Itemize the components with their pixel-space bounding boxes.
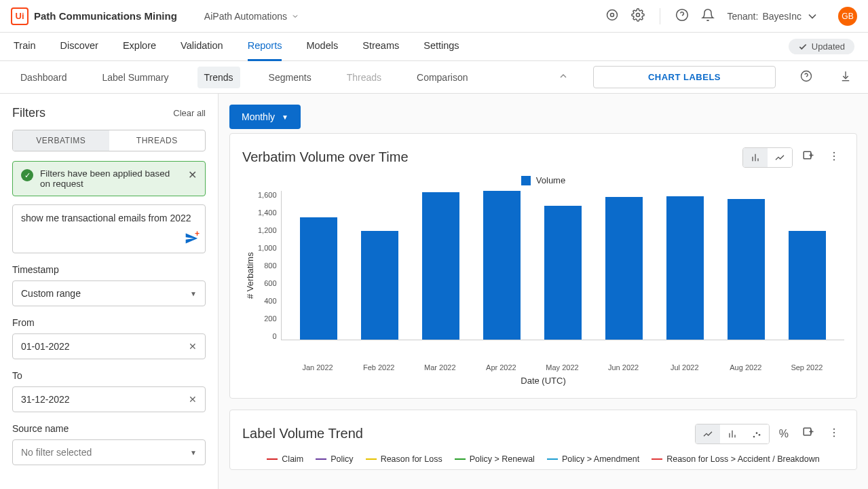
subnav-trends[interactable]: Trends (197, 67, 240, 88)
nav-explore[interactable]: Explore (123, 33, 156, 61)
to-input[interactable]: 31-12-2022 ✕ (12, 386, 206, 412)
nav-validation[interactable]: Validation (181, 33, 223, 61)
line-chart-icon[interactable] (768, 148, 792, 167)
svg-point-22 (758, 434, 760, 436)
filters-sidebar: Filters Clear all VERBATIMS THREADS ✓ Fi… (0, 94, 219, 489)
to-label: To (12, 370, 206, 381)
bar (654, 191, 715, 340)
svg-point-0 (607, 10, 618, 20)
y-ticks: 1,6001,4001,2001,0008006004002000 (258, 191, 281, 340)
settings-icon[interactable] (631, 8, 645, 24)
subnav-dashboard[interactable]: Dashboard (14, 67, 74, 88)
bar (288, 191, 350, 340)
check-circle-icon: ✓ (21, 169, 33, 181)
svg-point-15 (833, 156, 835, 157)
workspace-dropdown[interactable]: AiPath Automations (204, 11, 299, 22)
svg-point-14 (833, 152, 835, 153)
svg-point-2 (637, 14, 640, 17)
subnav-label-summary[interactable]: Label Summary (96, 67, 176, 88)
subnav-segments[interactable]: Segments (262, 67, 318, 88)
chart-type-toggle (695, 424, 770, 444)
nav-streams[interactable]: Streams (362, 33, 399, 61)
timestamp-select[interactable]: Custom range ▼ (12, 280, 206, 306)
bar (715, 191, 776, 340)
chart-legend: ClaimPolicyReason for LossPolicy > Renew… (242, 454, 844, 464)
nav-reports[interactable]: Reports (248, 33, 282, 61)
more-icon[interactable] (824, 422, 844, 445)
subnav-comparison[interactable]: Comparison (410, 67, 474, 88)
clear-all-button[interactable]: Clear all (173, 108, 206, 118)
bell-icon[interactable] (701, 8, 715, 24)
avatar[interactable]: GB (838, 7, 857, 26)
granularity-dropdown[interactable]: Monthly ▼ (229, 105, 301, 129)
logo: Ui Path Communications Mining (11, 7, 177, 25)
main-content: Monthly ▼ Verbatim Volume over Time (219, 94, 868, 489)
source-select[interactable]: No filter selected ▼ (12, 439, 206, 465)
x-axis-label: Date (UTC) (242, 376, 844, 386)
help-icon[interactable] (797, 67, 815, 87)
tab-verbatims[interactable]: VERBATIMS (13, 130, 109, 151)
nav-models[interactable]: Models (306, 33, 338, 61)
legend-item[interactable]: Claim (267, 454, 303, 464)
bar (532, 191, 593, 340)
chart-title: Verbatim Volume over Time (242, 149, 409, 165)
bars-area (281, 191, 844, 340)
activity-icon[interactable] (605, 8, 619, 24)
legend-swatch (521, 176, 531, 185)
download-icon[interactable] (837, 67, 854, 87)
scatter-chart-icon[interactable] (744, 424, 769, 443)
nav-settings[interactable]: Settings (423, 33, 459, 61)
legend-item[interactable]: Reason for Loss > Accident / Breakdown (652, 454, 819, 464)
chart-type-toggle (742, 147, 793, 168)
bar (410, 191, 471, 340)
sub-nav: Dashboard Label Summary Trends Segments … (0, 61, 868, 94)
from-input[interactable]: 01-01-2022 ✕ (12, 333, 206, 359)
close-icon[interactable]: ✕ (188, 168, 197, 181)
collapse-button[interactable] (555, 68, 571, 86)
legend-item[interactable]: Policy > Renewal (455, 454, 535, 464)
bar-chart-icon[interactable] (720, 424, 744, 443)
line-chart-icon[interactable] (696, 424, 720, 443)
clear-icon[interactable]: ✕ (189, 394, 197, 405)
chart-labels-button[interactable]: CHART LABELS (593, 66, 776, 88)
send-icon[interactable]: + (185, 232, 198, 247)
bar-chart-icon[interactable] (743, 148, 768, 167)
percent-icon[interactable]: % (775, 424, 793, 444)
legend-item[interactable]: Policy > Amendment (547, 454, 639, 464)
logo-icon: Ui (11, 7, 29, 25)
main-nav: Train Discover Explore Validation Report… (0, 33, 868, 61)
clear-icon[interactable]: ✕ (189, 341, 197, 352)
chevron-down-icon: ▼ (190, 449, 197, 456)
legend-item[interactable]: Reason for Loss (366, 454, 442, 464)
subnav-threads[interactable]: Threads (340, 67, 388, 88)
tab-threads[interactable]: THREADS (109, 130, 206, 151)
chart-title: Label Volume Trend (242, 426, 363, 441)
chevron-down-icon: ▼ (282, 113, 288, 121)
nav-train[interactable]: Train (14, 33, 36, 61)
add-chart-icon[interactable] (798, 422, 818, 445)
legend-item[interactable]: Policy (316, 454, 353, 464)
chevron-down-icon: ▼ (190, 290, 197, 297)
bar (593, 191, 654, 340)
svg-point-26 (833, 429, 835, 430)
y-axis-label: # Verbatims (242, 191, 258, 361)
svg-point-27 (833, 432, 835, 433)
chevron-down-icon (806, 10, 819, 23)
bar (776, 191, 837, 340)
more-icon[interactable] (824, 146, 844, 168)
product-name: Path Communications Mining (34, 10, 177, 22)
chevron-down-icon (291, 12, 299, 20)
check-icon (798, 42, 808, 52)
chart-card-label-trend: Label Volume Trend % ClaimPolicyReason f… (229, 410, 857, 470)
add-chart-icon[interactable] (798, 146, 818, 168)
search-input[interactable]: show me transactional emails from 2022 + (12, 204, 206, 253)
svg-point-16 (833, 159, 835, 160)
updated-badge: Updated (789, 39, 854, 54)
applied-banner: ✓ Filters have been applied based on req… (12, 161, 206, 196)
tenant-dropdown[interactable]: Tenant: BayesInc (727, 10, 819, 23)
bar-chart: # Verbatims 1,6001,4001,2001,00080060040… (242, 191, 844, 361)
filter-tabs: VERBATIMS THREADS (12, 130, 206, 151)
nav-discover[interactable]: Discover (60, 33, 98, 61)
banner-text: Filters have been applied based on reque… (40, 168, 181, 189)
help-icon[interactable] (675, 8, 689, 24)
